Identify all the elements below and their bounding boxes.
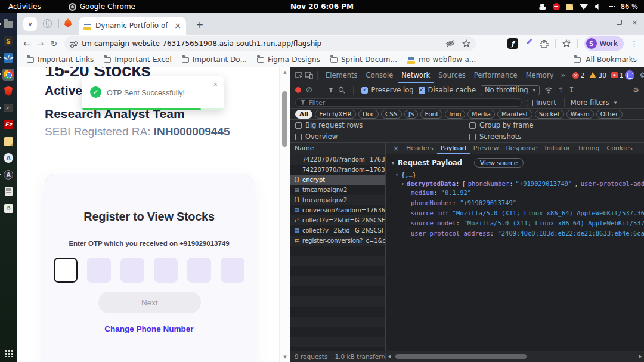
request-row[interactable]: ▤tmcampaignv2 [290, 185, 385, 195]
dock-item-navigator-light[interactable]: A [2, 152, 14, 164]
profile-chip[interactable]: S Work [584, 36, 624, 51]
payload-entry[interactable]: medium"0.1.92" [386, 188, 644, 198]
more-tabs-button[interactable]: » [558, 71, 567, 79]
dock-item-sublime[interactable]: S [2, 35, 14, 47]
import-har-icon[interactable]: ↥ [558, 86, 564, 94]
back-button[interactable]: ← [23, 39, 30, 48]
tab-memory[interactable]: Memory [522, 67, 558, 83]
bookmark-folder-important-excel[interactable]: Important-Excel [104, 55, 172, 64]
scroll-down-arrow[interactable]: ▼ [280, 355, 290, 360]
scroll-left-arrow[interactable]: ◀ [388, 354, 391, 359]
activities-button[interactable]: Activities [8, 2, 41, 11]
dock-item-filezilla[interactable]: Fz [2, 119, 14, 131]
tab-sources[interactable]: Sources [435, 67, 469, 83]
detail-tab-preview[interactable]: Preview [470, 143, 503, 154]
device-toolbar-icon[interactable] [305, 72, 313, 79]
pen-extension-icon[interactable] [525, 39, 533, 48]
scrollbar-thumb[interactable] [395, 354, 527, 359]
request-row[interactable]: {}tmcampaignv2 [290, 195, 385, 205]
more-filters-button[interactable]: More filters [571, 98, 609, 107]
otp-input-6[interactable] [221, 258, 244, 283]
detail-tab-cookies[interactable]: Cookies [603, 143, 636, 154]
fx-extension-icon[interactable]: ƒ [507, 38, 518, 49]
dock-item-document[interactable] [2, 185, 14, 197]
dock-item-brave[interactable] [2, 85, 14, 97]
bookmark-star-icon[interactable] [462, 39, 470, 48]
clear-network-log-icon[interactable]: ∅ [306, 86, 312, 94]
view-source-button[interactable]: View source [474, 158, 524, 168]
error-badge[interactable]: ×2 [572, 72, 585, 79]
inspect-element-icon[interactable] [295, 72, 304, 79]
detail-tab-response[interactable]: Response [503, 143, 541, 154]
tab-close-button[interactable]: × [174, 21, 181, 30]
request-row[interactable]: ▤collect?v=2&tid=G-2NSCSFZX... [290, 225, 385, 236]
invert-checkbox[interactable] [527, 100, 533, 106]
tab-search-button[interactable]: ∨ [23, 17, 37, 31]
detail-tab-timing[interactable]: Timing [574, 143, 603, 154]
request-row[interactable]: ▤conversion?random=1763642... [290, 205, 385, 215]
request-row[interactable]: 742207070/?random=176364... [290, 165, 385, 175]
browser-menu-button[interactable]: ⋮ [630, 39, 638, 48]
side-panel-star-icon[interactable] [562, 39, 571, 48]
search-icon[interactable] [338, 86, 345, 94]
chip-manifest[interactable]: Manifest [497, 110, 532, 119]
bookmark-folder-important-do[interactable]: Important Do... [182, 55, 247, 64]
devtools-settings-icon[interactable]: ⚙ [640, 72, 644, 79]
maximize-button[interactable] [617, 20, 622, 25]
chip-css[interactable]: CSS [381, 110, 402, 119]
scrollbar-thumb[interactable] [282, 91, 287, 147]
issues-badge[interactable]: ▪1 [611, 72, 624, 79]
chip-img[interactable]: Img [445, 110, 465, 119]
screenshots-checkbox[interactable] [469, 134, 476, 140]
forward-button[interactable]: → [37, 39, 44, 48]
scroll-right-arrow[interactable]: ▶ [639, 354, 642, 359]
new-tab-button[interactable]: + [193, 18, 206, 32]
payload-entry[interactable]: source-id"Mozilla/5.0 (X11; Linux x86_64… [386, 208, 644, 218]
throttling-select[interactable]: No throttling▾ [481, 85, 540, 95]
big-request-rows-checkbox[interactable] [295, 122, 302, 129]
filter-input[interactable]: Filter [295, 98, 522, 107]
warning-badge[interactable]: 30 [589, 72, 606, 79]
otp-input-4[interactable] [154, 258, 178, 283]
dock-item-vscode[interactable]: </> [2, 52, 14, 64]
dock-item-software[interactable]: ♻ [2, 202, 14, 214]
group-by-frame-checkbox[interactable] [469, 122, 476, 129]
dock-item-notes[interactable] [2, 135, 14, 147]
focused-app-menu[interactable]: Google Chrome [69, 2, 135, 11]
scroll-up-arrow[interactable]: ▲ [280, 70, 290, 75]
change-phone-link[interactable]: Change Phone Number [45, 324, 253, 333]
request-row[interactable]: ⇄collect?v=2&tid=G-2NSCSFZX... [290, 215, 385, 225]
request-row[interactable]: 742207070/?random=176364... [290, 154, 385, 165]
active-tab[interactable]: Dynamic Portfolio of 15- × [79, 17, 186, 35]
payload-entry[interactable]: phoneNumber"+919029013749" [386, 198, 644, 208]
chip-fetch-xhr[interactable]: Fetch/XHR [315, 110, 355, 119]
payload-root-node[interactable]: ▾ {,…} [386, 170, 644, 180]
detail-tab-payload[interactable]: Payload [437, 143, 470, 154]
site-settings-icon[interactable] [70, 41, 77, 47]
chip-media[interactable]: Media [467, 110, 495, 119]
address-bar[interactable]: tm-campaign-website-763175651908.asia-so… [64, 36, 476, 51]
tab-elements[interactable]: Elements [322, 67, 361, 83]
otp-input-1[interactable] [54, 258, 78, 283]
clock[interactable]: Nov 20 6:06 PM [290, 2, 354, 11]
tab-network[interactable]: Network [398, 67, 434, 83]
detail-tab-headers[interactable]: Headers [402, 143, 437, 154]
dock-item-chrome[interactable] [2, 69, 14, 81]
otp-input-3[interactable] [120, 258, 144, 283]
dock-item-files[interactable] [2, 18, 14, 30]
bookmark-folder-important-links[interactable]: Important Links [27, 55, 94, 64]
page-scrollbar[interactable]: ▲ ▼ [279, 67, 290, 362]
request-payload-section[interactable]: ▾ Request Payload View source [386, 154, 644, 170]
show-applications-button[interactable] [5, 349, 13, 357]
chip-socket[interactable]: Socket [535, 110, 564, 119]
horizontal-scrollbar[interactable]: ◀ ▶ [386, 351, 644, 362]
payload-entry[interactable]: source-model"Mozilla/5.0 (X11; Linux x86… [386, 218, 644, 228]
detail-tab-initiator[interactable]: Initiator [541, 143, 574, 154]
toast-close-button[interactable]: × [213, 80, 218, 89]
next-button[interactable]: Next [98, 292, 201, 313]
extensions-puzzle-icon[interactable] [540, 39, 549, 48]
eye-off-icon[interactable] [445, 39, 455, 48]
pinned-tab-flame-icon[interactable] [64, 18, 72, 27]
disable-cache-checkbox[interactable] [419, 87, 425, 94]
chip-doc[interactable]: Doc [358, 110, 379, 119]
